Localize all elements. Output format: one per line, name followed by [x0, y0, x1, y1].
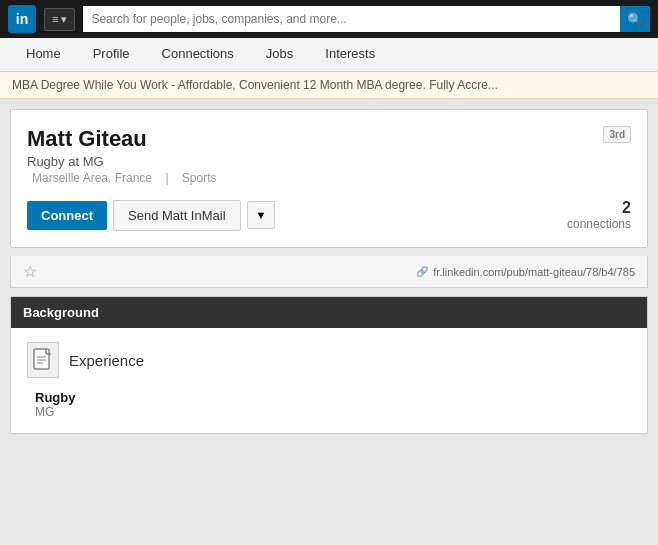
- degree-badge: 3rd: [603, 126, 631, 143]
- search-icon: 🔍: [627, 12, 643, 27]
- promo-banner[interactable]: MBA Degree While You Work - Affordable, …: [0, 72, 658, 99]
- background-header: Background: [11, 297, 647, 328]
- connections-count: 2 connections: [567, 199, 631, 231]
- navbar: Home Profile Connections Jobs Interests: [0, 38, 658, 72]
- topbar: in ≡ ▾ 🔍: [0, 0, 658, 38]
- experience-title-row: Experience: [27, 342, 631, 378]
- search-container: 🔍: [83, 6, 650, 32]
- nav-item-interests[interactable]: Interests: [309, 38, 391, 72]
- profile-info: Matt Giteau Rugby at MG Marseille Area, …: [27, 126, 222, 185]
- profile-url[interactable]: 🔗 fr.linkedin.com/pub/matt-giteau/78/b4/…: [416, 266, 635, 278]
- profile-card: Matt Giteau Rugby at MG Marseille Area, …: [10, 109, 648, 248]
- experience-section: Experience Rugby MG: [11, 328, 647, 433]
- star-icon[interactable]: ☆: [23, 262, 37, 281]
- search-button[interactable]: 🔍: [620, 6, 650, 32]
- nav-item-profile[interactable]: Profile: [77, 38, 146, 72]
- profile-url-bar: ☆ 🔗 fr.linkedin.com/pub/matt-giteau/78/b…: [10, 256, 648, 288]
- linkedin-logo: in: [8, 5, 36, 33]
- profile-name: Matt Giteau: [27, 126, 222, 152]
- job-company: MG: [35, 405, 631, 419]
- menu-chevron: ▾: [61, 13, 67, 26]
- nav-item-home[interactable]: Home: [10, 38, 77, 72]
- menu-icon: ≡: [52, 13, 58, 25]
- background-section: Background Experience Rugby MG: [10, 296, 648, 434]
- url-icon: 🔗: [416, 266, 428, 277]
- inmail-button[interactable]: Send Matt InMail: [113, 200, 241, 231]
- profile-top: Matt Giteau Rugby at MG Marseille Area, …: [27, 126, 631, 185]
- profile-title: Rugby at MG: [27, 154, 222, 169]
- nav-item-jobs[interactable]: Jobs: [250, 38, 309, 72]
- more-actions-button[interactable]: ▼: [247, 201, 276, 229]
- experience-icon: [27, 342, 59, 378]
- menu-button[interactable]: ≡ ▾: [44, 8, 75, 31]
- experience-label: Experience: [69, 352, 144, 369]
- search-input[interactable]: [83, 6, 620, 32]
- profile-actions: Connect Send Matt InMail ▼ 2 connections: [27, 199, 631, 231]
- profile-url-text: fr.linkedin.com/pub/matt-giteau/78/b4/78…: [433, 266, 635, 278]
- job-title: Rugby: [35, 390, 631, 405]
- job-entry: Rugby MG: [35, 390, 631, 419]
- profile-location: Marseille Area, France | Sports: [27, 171, 222, 185]
- nav-item-connections[interactable]: Connections: [146, 38, 250, 72]
- connect-button[interactable]: Connect: [27, 201, 107, 230]
